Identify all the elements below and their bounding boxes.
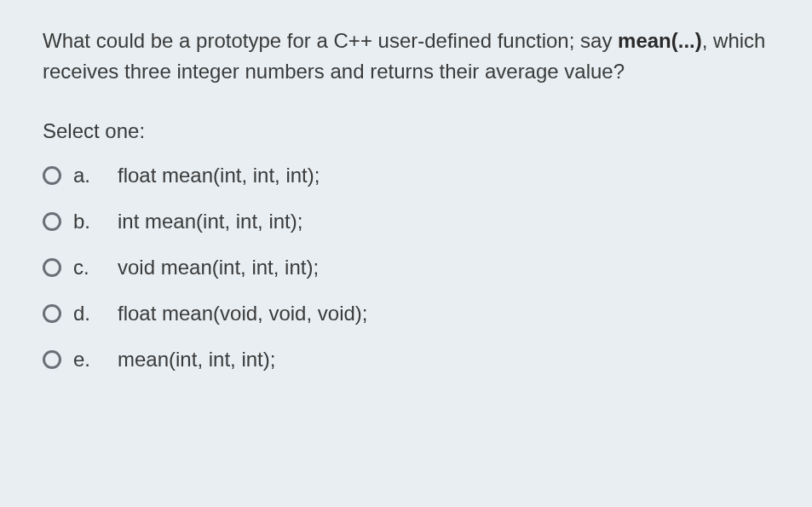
radio-icon[interactable] xyxy=(43,166,61,185)
select-one-label: Select one: xyxy=(43,119,769,143)
radio-icon[interactable] xyxy=(43,212,61,231)
option-a[interactable]: a. float mean(int, int, int); xyxy=(43,164,769,187)
option-letter: e. xyxy=(73,348,97,372)
option-e[interactable]: e. mean(int, int, int); xyxy=(43,348,769,372)
question-bold: mean(...) xyxy=(618,29,702,52)
option-letter: b. xyxy=(73,210,97,233)
radio-icon[interactable] xyxy=(43,258,61,277)
option-text: float mean(int, int, int); xyxy=(118,164,320,187)
option-letter: c. xyxy=(73,256,97,279)
question-part1: What could be a prototype for a C++ user… xyxy=(43,29,618,52)
option-letter: d. xyxy=(73,302,97,326)
option-text: void mean(int, int, int); xyxy=(118,256,319,279)
option-c[interactable]: c. void mean(int, int, int); xyxy=(43,256,769,279)
radio-icon[interactable] xyxy=(43,304,61,323)
option-text: int mean(int, int, int); xyxy=(118,210,302,233)
options-list: a. float mean(int, int, int); b. int mea… xyxy=(43,164,769,372)
option-text: mean(int, int, int); xyxy=(118,348,275,372)
option-b[interactable]: b. int mean(int, int, int); xyxy=(43,210,769,233)
option-text: float mean(void, void, void); xyxy=(118,302,367,326)
question-text: What could be a prototype for a C++ user… xyxy=(43,26,769,87)
option-d[interactable]: d. float mean(void, void, void); xyxy=(43,302,769,326)
radio-icon[interactable] xyxy=(43,350,61,369)
option-letter: a. xyxy=(73,164,97,187)
